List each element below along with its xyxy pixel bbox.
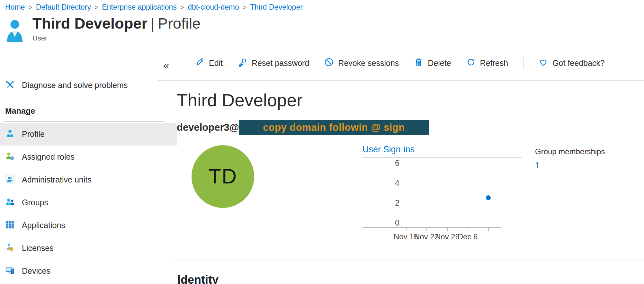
x-axis-line [362,227,501,228]
button-label: Revoke sessions [338,58,399,68]
person-badge-icon [5,243,15,254]
breadcrumb-dbt-cloud-demo[interactable]: dbt-cloud-demo [188,3,239,11]
user-icon [5,129,15,140]
y-tick-label: 0 [380,218,399,227]
devices-icon [5,265,15,277]
toolbar-separator [523,57,523,70]
trash-icon [414,57,424,69]
group-memberships-count-link[interactable]: 1 [535,161,605,171]
button-label: Refresh [480,58,508,68]
button-label: Got feedback? [552,58,605,68]
refresh-icon [466,57,476,69]
profile-avatar: TD [192,145,254,208]
pencil-icon [195,57,205,69]
button-label: Delete [428,58,451,68]
sidebar-collapse-button[interactable]: « [0,46,177,71]
delete-button[interactable]: Delete [414,57,451,69]
sidebar-item-administrative-units[interactable]: Administrative units [0,168,177,191]
signin-chart-title-link[interactable]: User Sign-ins [362,145,522,158]
y-tick-label: 4 [380,178,399,188]
page-subtitle: User [32,34,201,42]
edit-button[interactable]: Edit [195,57,223,69]
section-divider [174,260,644,260]
sidebar-item-label: Groups [22,198,48,207]
heart-icon [538,57,548,69]
user-principal-name: developer3@ copy domain followin @ sign [177,120,644,135]
breadcrumb: Home>Default Directory>Enterprise applic… [0,0,644,12]
y-tick-label: 6 [380,158,399,168]
group-memberships-label: Group memberships [535,147,605,156]
wrench-screwdriver-icon [5,80,15,91]
breadcrumb-home[interactable]: Home [5,3,25,11]
command-bar: Edit Reset password [177,46,644,80]
app-grid-icon [5,220,15,231]
button-label: Edit [209,58,223,68]
signin-chart: User Sign-ins 0246Nov 15Nov 22Nov 29Dec … [362,145,522,244]
breadcrumb-third-developer[interactable]: Third Developer [250,3,303,11]
x-tick-label: Dec 6 [453,232,482,241]
group-memberships: Group memberships 1 [535,147,605,171]
people-icon [5,197,15,209]
breadcrumb-separator: > [28,4,32,11]
page-title-name: Third Developer [32,15,148,32]
domain-redaction-overlay: copy domain followin @ sign [239,120,429,135]
profile-overview: TD User Sign-ins 0246Nov 15Nov 22Nov 29D… [177,135,644,260]
sidebar-item-devices[interactable]: Devices [0,260,177,282]
sidebar-item-groups[interactable]: Groups [0,191,177,214]
breadcrumb-separator: > [180,4,184,11]
identity-section-heading: Identity [177,273,644,284]
x-axis-tick [426,228,427,231]
page-title-separator: | [151,15,155,32]
person-cube-icon [5,151,15,163]
sidebar-item-applications[interactable]: Applications [0,214,177,237]
sidebar-divider [4,121,164,122]
refresh-button[interactable]: Refresh [466,57,508,69]
sidebar-item-label: Assigned roles [22,152,75,162]
sidebar-item-label: Licenses [22,244,54,253]
button-label: Reset password [252,58,309,68]
sidebar: « Diagnose and solve problems Manage [0,46,177,284]
sidebar-section-manage: Manage [0,97,177,121]
page-title: Third Developer|Profile [32,15,201,32]
sidebar-item-label: Profile [22,129,45,139]
revoke-sessions-button[interactable]: Revoke sessions [324,57,399,69]
sidebar-item-assigned-roles[interactable]: Assigned roles [0,146,177,168]
user-display-name: Third Developer [177,91,644,111]
x-axis-tick [488,228,489,231]
feedback-button[interactable]: Got feedback? [538,57,605,69]
x-axis-tick [468,228,468,231]
sidebar-item-profile[interactable]: Profile [0,123,177,146]
page-title-suffix: Profile [158,15,201,32]
key-icon [237,57,247,69]
sidebar-item-label: Diagnose and solve problems [22,81,128,90]
data-point [486,195,491,200]
blocked-icon [324,57,334,69]
reset-password-button[interactable]: Reset password [237,57,309,69]
sidebar-item-label: Administrative units [22,175,92,184]
sidebar-item-diagnose[interactable]: Diagnose and solve problems [0,74,177,97]
y-tick-label: 2 [380,198,399,208]
user-avatar-icon [6,19,24,44]
breadcrumb-separator: > [94,4,98,11]
x-axis-tick [406,228,407,231]
upn-prefix: developer3@ [177,122,239,133]
sidebar-item-label: Applications [22,221,65,230]
breadcrumb-separator: > [243,4,246,11]
breadcrumb-enterprise-applications[interactable]: Enterprise applications [102,3,177,11]
x-axis-tick [447,228,448,231]
sidebar-item-label: Devices [22,266,50,276]
page-header: Third Developer|Profile User [0,12,644,46]
signin-chart-plot: 0246Nov 15Nov 22Nov 29Dec 6 [362,158,522,244]
breadcrumb-default-directory[interactable]: Default Directory [36,3,91,11]
dashed-box-person-icon [5,174,15,186]
sidebar-item-licenses[interactable]: Licenses [0,237,177,260]
